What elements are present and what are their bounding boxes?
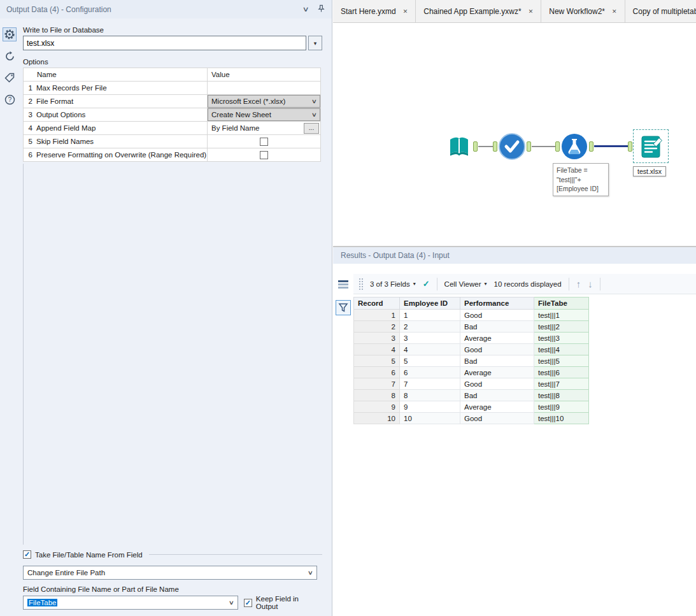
- result-cell-ft[interactable]: test|||3: [534, 333, 589, 344]
- option-name-cell[interactable]: 2File Format: [24, 95, 208, 108]
- result-cell-eid[interactable]: 2: [400, 321, 460, 333]
- keep-field-checkbox[interactable]: ✓: [244, 599, 252, 607]
- column-header-ft[interactable]: FileTabe: [534, 297, 589, 310]
- workflow-canvas[interactable]: test.xlsx FileTabe = "test|||"+ [Employe…: [333, 23, 696, 246]
- result-cell-ft[interactable]: test|||4: [534, 344, 589, 355]
- result-cell-rec[interactable]: 7: [354, 378, 400, 390]
- check-circle-tool[interactable]: [498, 133, 526, 163]
- cell-viewer-dropdown[interactable]: Cell Viewer ▾: [444, 280, 487, 288]
- input-anchor-tool2[interactable]: [493, 141, 497, 152]
- result-cell-rec[interactable]: 8: [354, 390, 400, 401]
- result-cell-perf[interactable]: Good: [460, 413, 534, 424]
- result-cell-eid[interactable]: 5: [400, 355, 460, 367]
- workflow-tab[interactable]: Start Here.yxmd✕: [333, 0, 416, 22]
- result-cell-eid[interactable]: 4: [400, 344, 460, 355]
- up-arrow-icon[interactable]: ↑: [576, 278, 581, 289]
- column-header-rec[interactable]: Record: [354, 297, 400, 310]
- output-anchor-tool2[interactable]: [527, 141, 531, 152]
- result-cell-rec[interactable]: 4: [354, 344, 400, 355]
- column-header-perf[interactable]: Performance: [460, 297, 534, 310]
- result-cell-perf[interactable]: Good: [460, 310, 534, 321]
- result-cell-perf[interactable]: Average: [460, 367, 534, 378]
- result-cell-eid[interactable]: 6: [400, 367, 460, 378]
- tool-annotation[interactable]: FileTabe = "test|||"+ [Employee ID]: [553, 163, 609, 196]
- result-cell-rec[interactable]: 5: [354, 355, 400, 367]
- result-cell-rec[interactable]: 10: [354, 413, 400, 424]
- ellipsis-button[interactable]: ...: [304, 123, 319, 134]
- option-name: Preserve Formatting on Overwrite (Range …: [36, 151, 206, 159]
- output-anchor-tool1[interactable]: [473, 141, 478, 152]
- connections-list-icon[interactable]: [336, 276, 351, 292]
- output-anchor-tool3[interactable]: [589, 141, 593, 152]
- apply-check-icon[interactable]: ✓: [423, 279, 430, 289]
- result-cell-rec[interactable]: 3: [354, 333, 400, 344]
- result-cell-perf[interactable]: Good: [460, 378, 534, 390]
- connection-3-selected[interactable]: [594, 145, 629, 147]
- result-cell-ft[interactable]: test|||2: [534, 321, 589, 333]
- option-name-cell[interactable]: 4Append Field Map: [24, 122, 208, 135]
- connection-2[interactable]: [532, 146, 555, 147]
- result-cell-ft[interactable]: test|||5: [534, 355, 589, 367]
- result-cell-perf[interactable]: Bad: [460, 390, 534, 401]
- option-name-cell[interactable]: 1Max Records Per File: [24, 82, 208, 95]
- help-icon[interactable]: ?: [3, 92, 17, 106]
- down-arrow-icon[interactable]: ↓: [588, 278, 593, 289]
- result-cell-eid[interactable]: 7: [400, 378, 460, 390]
- option-checkbox[interactable]: [260, 151, 268, 159]
- tab-close-icon[interactable]: ✕: [403, 8, 408, 15]
- result-cell-ft[interactable]: test|||6: [534, 367, 589, 378]
- refresh-icon[interactable]: [3, 49, 17, 63]
- input-anchor-tool3[interactable]: [555, 141, 560, 152]
- option-name-cell[interactable]: 5Skip Field Names: [24, 135, 208, 148]
- column-header-eid[interactable]: Employee ID: [400, 297, 460, 310]
- option-value-dropdown[interactable]: Create New Sheet∨: [208, 108, 320, 121]
- toolbar-grip[interactable]: [359, 278, 363, 290]
- result-cell-perf[interactable]: Average: [460, 401, 534, 413]
- result-cell-perf[interactable]: Bad: [460, 321, 534, 333]
- output-data-tool[interactable]: [638, 134, 664, 162]
- option-name-cell[interactable]: 3Output Options: [24, 108, 208, 122]
- result-cell-ft[interactable]: test|||9: [534, 401, 589, 413]
- result-cell-rec[interactable]: 2: [354, 321, 400, 333]
- file-path-mode-dropdown[interactable]: Change Entire File Path ∨: [23, 566, 317, 580]
- result-cell-ft[interactable]: test|||10: [534, 413, 589, 424]
- result-cell-ft[interactable]: test|||8: [534, 390, 589, 401]
- gear-icon[interactable]: [3, 27, 17, 41]
- result-cell-ft[interactable]: test|||1: [534, 310, 589, 321]
- option-checkbox[interactable]: [260, 138, 268, 146]
- result-cell-rec[interactable]: 1: [354, 310, 400, 321]
- pin-icon[interactable]: [317, 4, 325, 15]
- file-path-input[interactable]: [23, 36, 306, 50]
- file-path-dropdown-button[interactable]: ▾: [308, 36, 322, 50]
- connection-1[interactable]: [478, 146, 493, 147]
- input-data-tool[interactable]: [446, 134, 472, 163]
- input-connection-icon[interactable]: [336, 300, 351, 315]
- chevron-down-icon[interactable]: ∨: [302, 5, 309, 13]
- result-cell-eid[interactable]: 8: [400, 390, 460, 401]
- output-tool-label[interactable]: test.xlsx: [633, 166, 666, 176]
- field-name-dropdown[interactable]: FileTabe ∨: [23, 596, 238, 610]
- result-cell-ft[interactable]: test|||7: [534, 378, 589, 390]
- workflow-tab[interactable]: Chained App Example.yxwz*✕: [416, 0, 541, 22]
- workflow-tab[interactable]: New Workflow2*✕: [541, 0, 625, 22]
- result-cell-rec[interactable]: 6: [354, 367, 400, 378]
- tag-icon[interactable]: [3, 71, 17, 85]
- formula-tool[interactable]: [560, 133, 588, 163]
- tab-close-icon[interactable]: ✕: [612, 8, 617, 15]
- result-cell-perf[interactable]: Good: [460, 344, 534, 355]
- workflow-tab[interactable]: Copy of multipletab.yx✕: [625, 0, 696, 22]
- fields-dropdown[interactable]: 3 of 3 Fields ▾: [370, 280, 416, 288]
- result-cell-eid[interactable]: 1: [400, 310, 460, 321]
- result-cell-eid[interactable]: 3: [400, 333, 460, 344]
- result-cell-rec[interactable]: 9: [354, 401, 400, 413]
- option-value-dropdown[interactable]: Microsoft Excel (*.xlsx)∨: [208, 95, 320, 108]
- result-cell-perf[interactable]: Average: [460, 333, 534, 344]
- input-anchor-tool4[interactable]: [628, 141, 632, 152]
- result-cell-eid[interactable]: 10: [400, 413, 460, 424]
- result-cell-eid[interactable]: 9: [400, 401, 460, 413]
- tab-close-icon[interactable]: ✕: [529, 8, 534, 15]
- option-value-combo[interactable]: By Field Name...: [208, 122, 320, 134]
- take-file-checkbox[interactable]: ✓: [23, 550, 31, 559]
- result-cell-perf[interactable]: Bad: [460, 355, 534, 367]
- option-name-cell[interactable]: 6Preserve Formatting on Overwrite (Range…: [24, 148, 208, 162]
